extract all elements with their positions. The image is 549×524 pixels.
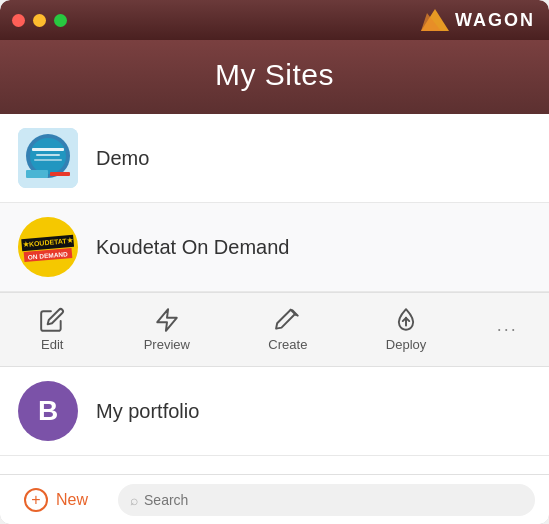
- svg-rect-9: [34, 159, 62, 161]
- create-icon: [275, 307, 301, 333]
- traffic-lights: [12, 14, 67, 27]
- maximize-button[interactable]: [54, 14, 67, 27]
- site-thumbnail-demo: [18, 128, 78, 188]
- create-button[interactable]: Create: [250, 301, 325, 358]
- deploy-button[interactable]: Deploy: [368, 301, 444, 358]
- deploy-icon: [393, 307, 419, 333]
- svg-marker-15: [157, 309, 177, 331]
- create-label: Create: [268, 337, 307, 352]
- wagon-logo-icon: [421, 9, 449, 31]
- list-item[interactable]: ★KOUDETAT★ ON DEMAND Koudetat On Demand: [0, 203, 549, 292]
- search-bar[interactable]: ⌕: [118, 484, 535, 516]
- search-icon: ⌕: [130, 492, 138, 508]
- new-site-button[interactable]: + New: [14, 480, 98, 520]
- svg-rect-8: [36, 154, 60, 156]
- list-item[interactable]: Demo: [0, 114, 549, 203]
- list-item[interactable]: B My portfolio: [0, 367, 549, 456]
- svg-rect-6: [50, 172, 70, 176]
- titlebar: WAGON: [0, 0, 549, 40]
- page-header: My Sites: [0, 40, 549, 114]
- preview-label: Preview: [144, 337, 190, 352]
- content-area: Demo ★KOUDETAT★ ON DEMAND Koudetat On De…: [0, 114, 549, 524]
- site-name-demo: Demo: [96, 147, 149, 170]
- logo: WAGON: [421, 9, 535, 31]
- page-title: My Sites: [0, 58, 549, 92]
- site-thumbnail-koudetat: ★KOUDETAT★ ON DEMAND: [18, 217, 78, 277]
- edit-button[interactable]: Edit: [21, 301, 83, 358]
- svg-rect-5: [26, 170, 48, 178]
- sites-list: Demo ★KOUDETAT★ ON DEMAND Koudetat On De…: [0, 114, 549, 474]
- new-label: New: [56, 491, 88, 509]
- bottom-bar: + New ⌕: [0, 474, 549, 524]
- edit-label: Edit: [41, 337, 63, 352]
- site-name-portfolio: My portfolio: [96, 400, 199, 423]
- more-button[interactable]: ···: [487, 313, 528, 346]
- new-circle-icon: +: [24, 488, 48, 512]
- edit-icon: [39, 307, 65, 333]
- search-input[interactable]: [144, 492, 523, 508]
- svg-rect-7: [32, 148, 64, 151]
- logo-text: WAGON: [455, 10, 535, 31]
- site-toolbar: Edit Preview Create: [0, 292, 549, 367]
- minimize-button[interactable]: [33, 14, 46, 27]
- close-button[interactable]: [12, 14, 25, 27]
- app-window: WAGON My Sites: [0, 0, 549, 524]
- site-thumbnail-portfolio: B: [18, 381, 78, 441]
- deploy-label: Deploy: [386, 337, 426, 352]
- preview-button[interactable]: Preview: [126, 301, 208, 358]
- site-name-koudetat: Koudetat On Demand: [96, 236, 289, 259]
- preview-icon: [154, 307, 180, 333]
